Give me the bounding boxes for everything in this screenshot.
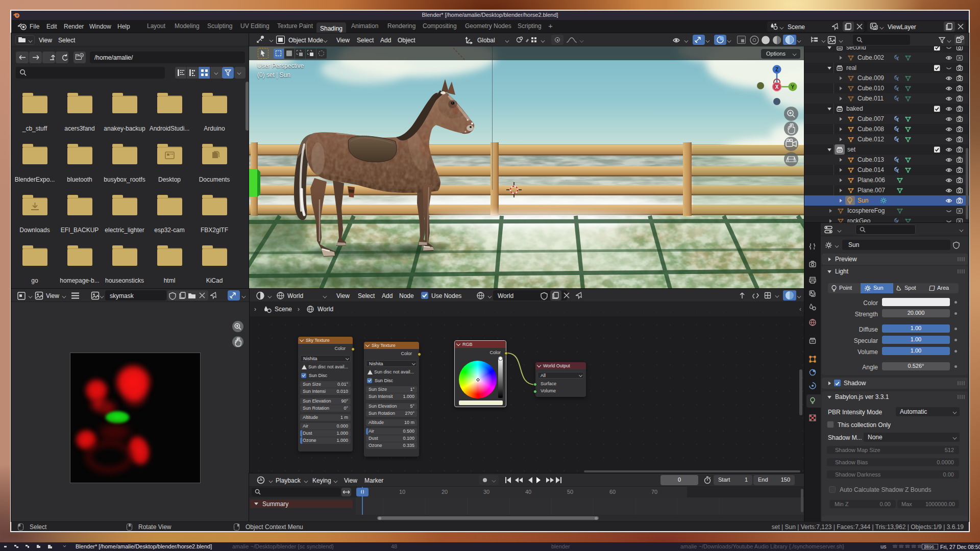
svg-text:Y: Y (791, 84, 795, 90)
svg-text:Z: Z (775, 67, 778, 72)
svg-text:X: X (775, 84, 779, 90)
